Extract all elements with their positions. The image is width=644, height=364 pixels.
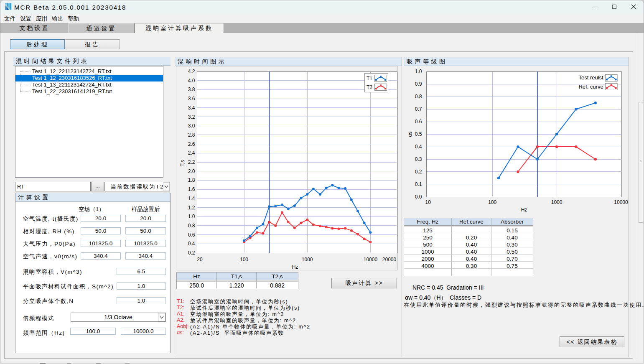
svg-text:100: 100: [240, 257, 248, 262]
svg-text:Hz: Hz: [521, 207, 527, 213]
svg-text:10000: 10000: [364, 257, 378, 262]
svg-text:0.6: 0.6: [188, 232, 195, 238]
svg-text:0.0: 0.0: [415, 194, 422, 200]
svg-text:2.0: 2.0: [188, 168, 195, 174]
svg-text:100: 100: [488, 199, 496, 205]
svg-text:1000: 1000: [302, 257, 313, 262]
svg-text:0.4: 0.4: [415, 144, 422, 150]
svg-text:1.6: 1.6: [188, 186, 195, 192]
svg-text:1000: 1000: [551, 199, 563, 205]
svg-text:0.7: 0.7: [415, 106, 422, 112]
svg-text:4.0: 4.0: [188, 78, 195, 84]
svg-text:0.8: 0.8: [415, 94, 422, 99]
svg-text:20: 20: [197, 257, 203, 262]
svg-text:2.8: 2.8: [188, 132, 195, 138]
svg-text:Test reulst: Test reulst: [578, 74, 603, 81]
svg-text:αs: αs: [407, 132, 413, 137]
svg-text:T,s: T,s: [180, 160, 186, 166]
svg-text:3.6: 3.6: [188, 96, 195, 102]
svg-text:10: 10: [425, 199, 431, 205]
svg-text:1.4: 1.4: [188, 196, 195, 201]
svg-text:0.9: 0.9: [415, 81, 422, 87]
svg-text:3.2: 3.2: [188, 114, 195, 120]
svg-text:2.6: 2.6: [188, 141, 195, 147]
svg-text:3.0: 3.0: [188, 123, 195, 129]
svg-text:Ref. curve: Ref. curve: [578, 84, 603, 90]
svg-text:1.0: 1.0: [415, 69, 422, 74]
svg-text:4.2: 4.2: [188, 69, 195, 74]
svg-text:2.4: 2.4: [188, 150, 195, 156]
svg-text:1.8: 1.8: [188, 177, 195, 183]
svg-text:1.2: 1.2: [188, 205, 195, 211]
svg-text:0.6: 0.6: [415, 119, 422, 125]
svg-text:T1: T1: [367, 76, 372, 81]
svg-text:20000: 20000: [382, 257, 397, 262]
svg-text:0.8: 0.8: [188, 223, 195, 229]
svg-text:2.2: 2.2: [188, 159, 195, 165]
svg-text:3.8: 3.8: [188, 87, 195, 92]
svg-text:0.3: 0.3: [415, 156, 422, 162]
svg-text:10000: 10000: [614, 199, 628, 205]
svg-text:0.2: 0.2: [415, 169, 422, 175]
svg-text:0.5: 0.5: [415, 131, 422, 137]
svg-text:0.4: 0.4: [188, 241, 195, 247]
svg-text:Hz: Hz: [292, 264, 298, 270]
svg-text:T2: T2: [367, 84, 372, 90]
svg-text:0.1: 0.1: [415, 181, 422, 187]
svg-text:0.2: 0.2: [188, 250, 195, 256]
svg-text:3.4: 3.4: [188, 105, 195, 111]
svg-text:1.0: 1.0: [188, 214, 195, 219]
